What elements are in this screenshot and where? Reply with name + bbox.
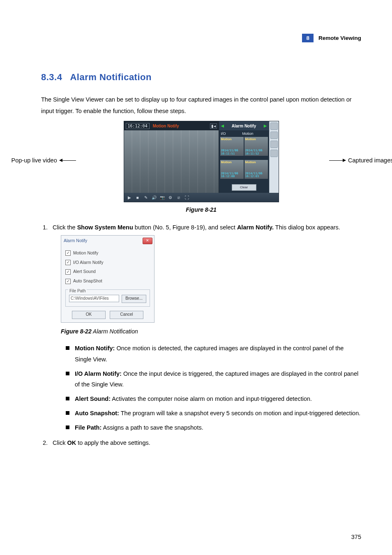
- speaker-icon[interactable]: 🔊: [151, 194, 157, 200]
- video-time: 16:12:04: [126, 123, 150, 129]
- close-icon[interactable]: ✕: [143, 238, 152, 244]
- alarm-next-icon[interactable]: ▶: [264, 124, 267, 128]
- page-header: 8 Remote Viewing: [302, 34, 361, 42]
- ok-button[interactable]: OK: [72, 311, 106, 319]
- io-icon[interactable]: ⎚: [176, 194, 182, 200]
- video-header-control-icon[interactable]: ▮◂: [210, 123, 217, 129]
- step-1: Click the Show System Menu button (No. 5…: [49, 222, 361, 433]
- alarm-panel: ◀ Alarm Notify ▶ I/O Motion Motion: [219, 121, 269, 193]
- opt-label: Auto SnapShot: [73, 277, 102, 285]
- strip-icon[interactable]: [270, 123, 278, 130]
- dialog-title: Alarm Notify: [64, 237, 87, 245]
- figure-caption-2: Figure 8-22 Alarm Notification: [61, 326, 361, 337]
- clear-button[interactable]: Clear: [232, 184, 256, 191]
- side-icon-strip: [269, 121, 279, 193]
- play-icon[interactable]: ▶: [127, 194, 132, 200]
- step-2: Click OK to apply the above settings.: [49, 437, 361, 449]
- bullet-item: Motion Notify: Once motion is detected, …: [66, 343, 361, 365]
- step1-text: Click the Show System Menu button (No. 5…: [53, 224, 340, 231]
- bullet-item: Alert Sound: Activates the computer nois…: [66, 393, 361, 405]
- io-column-label: I/O: [221, 132, 226, 136]
- opt-label: I/O Alarm Notify: [73, 259, 104, 267]
- group-label: File Path: [68, 287, 87, 295]
- opt-label: Motion Notify: [73, 249, 98, 257]
- snapshot-icon[interactable]: 📷: [159, 194, 165, 200]
- alarm-thumbnail[interactable]: Motion 2014/11/06 16:11:51: [220, 137, 244, 156]
- bullet-item: Auto Snapshot: The program will take a s…: [66, 408, 361, 419]
- thumb-timestamp: 2014/11/06 16:12:03: [245, 172, 268, 178]
- arrow-right-icon: [329, 160, 346, 161]
- motion-column-label: Motion: [242, 132, 254, 136]
- section-heading: 8.3.4 Alarm Notification: [41, 72, 361, 83]
- bullet-item: File Path: Assigns a path to save the sn…: [66, 422, 361, 433]
- bullet-item: I/O Alarm Notify: Once the input device …: [66, 368, 361, 391]
- strip-icon[interactable]: [270, 132, 278, 139]
- checkbox-alert-sound[interactable]: ✓: [65, 269, 71, 275]
- strip-icon[interactable]: [270, 150, 278, 157]
- fullscreen-icon[interactable]: ⛶: [184, 194, 190, 200]
- viewer-window: 16:12:04 Motion Notify ▮◂ ◀ Alarm No: [124, 121, 279, 202]
- alarm-notify-dialog: Alarm Notify ✕ ✓Motion Notify ✓I/O Alarm…: [61, 235, 154, 323]
- thumb-tag: Motion: [221, 137, 232, 141]
- strip-icon[interactable]: [270, 141, 278, 148]
- video-area[interactable]: [124, 130, 219, 193]
- annotation-left-text: Pop-up live video: [12, 157, 57, 164]
- stop-icon[interactable]: ■: [135, 194, 141, 200]
- thumb-timestamp: 2014/11/06 16:11:51: [221, 149, 244, 155]
- thumb-timestamp: 2014/11/06 16:11:52: [245, 149, 268, 155]
- chapter-badge: 8: [302, 34, 314, 42]
- thumb-tag: Motion: [245, 160, 256, 164]
- browse-button[interactable]: Browse...: [122, 295, 146, 303]
- thumb-timestamp: 2014/11/06 16:12:00: [221, 172, 244, 178]
- chapter-title: Remote Viewing: [318, 35, 361, 41]
- video-header: 16:12:04 Motion Notify ▮◂: [124, 121, 219, 130]
- opt-label: Alert Sound: [73, 268, 96, 276]
- alarm-thumbnail[interactable]: Motion 2014/11/06 16:12:03: [244, 160, 268, 179]
- alarm-thumbnail[interactable]: Motion 2014/11/06 16:12:00: [220, 160, 244, 179]
- checkbox-io-alarm-notify[interactable]: ✓: [65, 260, 71, 265]
- annotation-right-text: Captured images: [348, 157, 392, 164]
- motion-notify-label: Motion Notify: [153, 124, 179, 128]
- annotation-left: Pop-up live video: [12, 157, 76, 164]
- cancel-button[interactable]: Cancel: [110, 311, 143, 319]
- section-title-text: Alarm Notification: [70, 72, 151, 82]
- intro-paragraph: The Single View Viewer can be set to dis…: [41, 94, 361, 117]
- checkbox-auto-snapshot[interactable]: ✓: [65, 279, 71, 284]
- alarm-panel-title: Alarm Notify: [232, 124, 256, 128]
- file-path-input[interactable]: C:\Windows\AVIFiles: [69, 295, 119, 302]
- arrow-left-icon: [60, 160, 76, 161]
- thumb-tag: Motion: [221, 160, 232, 164]
- mic-icon[interactable]: ✎: [143, 194, 149, 200]
- annotation-right: Captured images: [329, 157, 392, 164]
- alarm-thumbnail[interactable]: Motion 2014/11/06 16:11:52: [244, 137, 268, 156]
- section-number: 8.3.4: [41, 72, 62, 82]
- page-number: 375: [351, 534, 361, 540]
- checkbox-motion-notify[interactable]: ✓: [65, 250, 71, 256]
- figure-caption-1: Figure 8-21: [41, 206, 361, 213]
- viewer-toolbar: ▶ ■ ✎ 🔊 📷 ⚙ ⎚ ⛶: [124, 193, 279, 202]
- settings-icon[interactable]: ⚙: [168, 194, 173, 200]
- thumb-tag: Motion: [245, 137, 256, 141]
- alarm-prev-icon[interactable]: ◀: [221, 124, 224, 128]
